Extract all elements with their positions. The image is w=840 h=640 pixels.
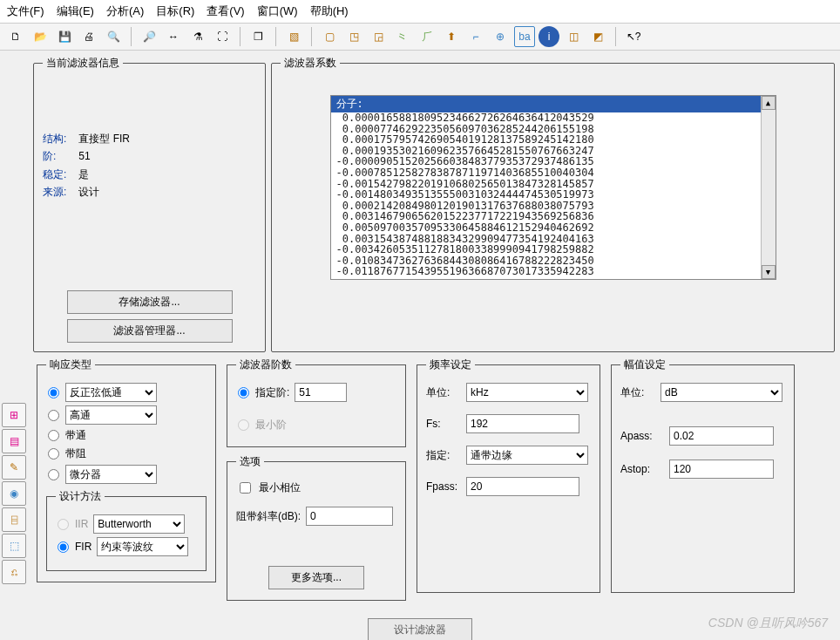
- freq-spec-label: 指定:: [426, 448, 461, 463]
- specify-order-label: 指定阶:: [255, 385, 289, 400]
- tool3-icon[interactable]: ⌸: [2, 507, 26, 532]
- resp-option-highpass[interactable]: [48, 410, 59, 421]
- freq-spec-select[interactable]: 通带边缘: [466, 446, 588, 465]
- menu-view[interactable]: 查看(V): [207, 3, 244, 19]
- coef-header: 分子:: [331, 96, 776, 112]
- fir-radio[interactable]: [58, 541, 69, 553]
- method-legend: 设计方法: [56, 489, 105, 504]
- options-legend: 选项: [236, 454, 264, 469]
- toolbar-separator: [275, 27, 276, 46]
- toolbar-separator: [615, 27, 616, 46]
- coef-legend: 滤波器系数: [281, 56, 340, 71]
- fir-label: FIR: [75, 541, 91, 553]
- print-icon[interactable]: 🖨: [78, 26, 99, 47]
- filter-manager-button[interactable]: 滤波器管理器...: [67, 319, 233, 343]
- chart2-icon[interactable]: ◩: [587, 26, 608, 47]
- chart1-icon[interactable]: ◫: [563, 26, 584, 47]
- fs-label: Fs:: [426, 418, 461, 430]
- structure-label: 结构:: [43, 130, 76, 147]
- coef-lines: 0.00001658818095234662726264636412043529…: [331, 112, 776, 277]
- toolbar-separator: [131, 27, 132, 46]
- tool1-icon[interactable]: ✎: [2, 455, 26, 480]
- magnitude-icon[interactable]: ▢: [319, 26, 340, 47]
- layout1-icon[interactable]: ⊞: [2, 403, 26, 427]
- zoom-in-icon[interactable]: 🔎: [139, 26, 159, 47]
- specify-order-radio[interactable]: [238, 387, 249, 398]
- toolbar-separator: [240, 27, 240, 46]
- resp-select-2[interactable]: 高通: [65, 405, 157, 425]
- menu-file[interactable]: 文件(F): [7, 3, 44, 19]
- resp-option-diff[interactable]: [48, 469, 59, 480]
- stop-slope-input[interactable]: [306, 507, 393, 526]
- menu-window[interactable]: 窗口(W): [257, 3, 298, 19]
- resp-select-1[interactable]: 反正弦低通: [65, 383, 157, 402]
- response-type-panel: 响应类型 反正弦低通 高通 带通 带阻 微分器 设计方法 IIRButterwo…: [37, 357, 216, 582]
- save-icon[interactable]: 💾: [54, 26, 75, 47]
- watermark: CSDN @且听风吟567: [708, 616, 828, 631]
- design-filter-button[interactable]: 设计滤波器: [368, 618, 472, 640]
- freq-unit-select[interactable]: kHz: [466, 383, 588, 402]
- copy-icon[interactable]: ❐: [247, 26, 268, 47]
- freq-unit-label: 单位:: [426, 385, 461, 400]
- tool4-icon[interactable]: ⬚: [2, 534, 26, 558]
- menu-target[interactable]: 目标(R): [156, 3, 194, 19]
- scroll-up-icon[interactable]: ▲: [762, 96, 776, 110]
- tool5-icon[interactable]: ⎌: [2, 560, 26, 584]
- menu-analysis[interactable]: 分析(A): [106, 3, 144, 19]
- specify-order-input[interactable]: [295, 383, 347, 402]
- stable-value: 是: [78, 168, 89, 180]
- coefficients-listbox[interactable]: 分子: 0.0000165881809523466272626463641204…: [330, 95, 776, 280]
- astop-label: Astop:: [620, 463, 664, 475]
- iir-select[interactable]: Butterworth: [93, 514, 185, 534]
- impulse-icon[interactable]: ◲: [368, 26, 389, 47]
- fir-select[interactable]: 约束等波纹: [97, 537, 188, 556]
- open-icon[interactable]: 📂: [30, 26, 51, 47]
- tool2-icon[interactable]: ◉: [2, 481, 26, 506]
- scroll-down-icon[interactable]: ▼: [762, 265, 776, 279]
- apass-input[interactable]: [669, 426, 774, 446]
- astop-input[interactable]: [669, 460, 774, 479]
- main-toolbar: 🗋 📂 💾 🖨 🔍 🔎 ↔ ⚗ ⛶ ❐ ▧ ▢ ◳ ◲ ⺀ ⺁ ⬆ ⌐ ⊕ ba…: [0, 24, 840, 51]
- help-cursor-icon[interactable]: ↖?: [623, 26, 644, 47]
- zoom-out-icon[interactable]: ↔: [163, 26, 184, 47]
- phase-icon[interactable]: ◳: [343, 26, 364, 47]
- fs-input[interactable]: [466, 414, 579, 433]
- response-icon[interactable]: ▧: [283, 26, 304, 47]
- structure-value: 直接型 FIR: [78, 133, 130, 145]
- response-legend: 响应类型: [46, 357, 95, 372]
- more-options-button[interactable]: 更多选项...: [268, 566, 364, 589]
- filter-overlay-icon[interactable]: ⌐: [465, 26, 486, 47]
- menu-edit[interactable]: 编辑(E): [57, 3, 94, 19]
- toolbar-separator: [311, 27, 312, 46]
- source-value: 设计: [78, 186, 99, 198]
- print-preview-icon[interactable]: 🔍: [103, 26, 124, 47]
- source-label: 来源:: [43, 183, 76, 201]
- group-delay-icon[interactable]: ⺁: [417, 26, 437, 47]
- resp-option-bandstop[interactable]: [48, 448, 59, 460]
- info-icon[interactable]: i: [539, 26, 559, 47]
- layout2-icon[interactable]: ▤: [2, 429, 26, 453]
- min-phase-checkbox[interactable]: [240, 482, 251, 494]
- full-extent-icon[interactable]: ⛶: [212, 26, 233, 47]
- measure-icon[interactable]: ⚗: [187, 26, 208, 47]
- magnitude-panel: 幅值设定 单位:dB Apass: Astop:: [611, 357, 795, 593]
- fpass-input[interactable]: [466, 477, 579, 496]
- mag-unit-select[interactable]: dB: [660, 383, 782, 402]
- step-icon[interactable]: ⺀: [392, 26, 413, 47]
- round-icon[interactable]: ⊕: [490, 26, 511, 47]
- text-icon[interactable]: ba: [514, 26, 535, 47]
- apass-label: Apass:: [620, 430, 664, 442]
- resp-select-5[interactable]: 微分器: [65, 465, 157, 484]
- current-filter-info-panel: 当前滤波器信息 结构: 直接型 FIR 阶: 51 稳定: 是 来源: 设计 存…: [33, 56, 266, 352]
- scrollbar[interactable]: ▲ ▼: [761, 96, 776, 279]
- min-phase-label: 最小相位: [259, 480, 301, 495]
- options-panel: 选项 最小相位 阻带斜率(dB): 更多选项...: [227, 454, 406, 601]
- new-icon[interactable]: 🗋: [5, 26, 26, 47]
- order-value: 51: [78, 150, 90, 162]
- min-order-radio: [238, 419, 249, 431]
- resp-option-lowpass[interactable]: [48, 387, 59, 398]
- store-filter-button[interactable]: 存储滤波器...: [67, 290, 233, 314]
- menu-help[interactable]: 帮助(H): [310, 3, 349, 19]
- resp-option-bandpass[interactable]: [48, 430, 59, 441]
- pole-zero-icon[interactable]: ⬆: [441, 26, 462, 47]
